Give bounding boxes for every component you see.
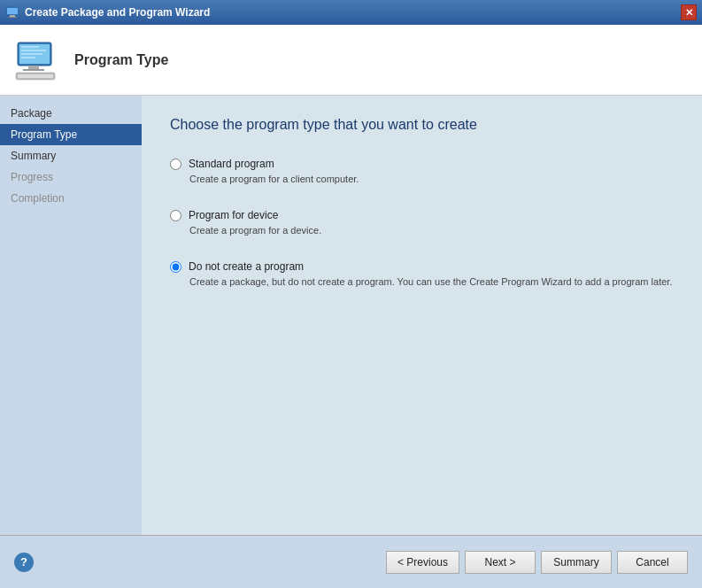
footer-buttons: < Previous Next > Summary Cancel <box>386 551 688 574</box>
radio-label-standard[interactable]: Standard program <box>170 158 674 170</box>
radio-label-none[interactable]: Do not create a program <box>170 260 674 273</box>
wizard-footer: ? < Previous Next > Summary Cancel <box>0 535 702 588</box>
content-title: Choose the program type that you want to… <box>170 117 674 133</box>
svg-rect-8 <box>21 53 42 55</box>
svg-rect-2 <box>10 15 15 17</box>
radio-standard[interactable] <box>170 159 181 170</box>
close-button[interactable]: ✕ <box>681 4 697 20</box>
option-none: Do not create a program Create a package… <box>170 260 674 287</box>
svg-rect-11 <box>23 69 44 71</box>
svg-rect-6 <box>21 46 39 48</box>
header-computer-icon <box>14 37 60 83</box>
radio-label-device[interactable]: Program for device <box>170 209 674 221</box>
sidebar-item-program-type[interactable]: Program Type <box>0 124 142 145</box>
main-container: Package Program Type Summary Progress Co… <box>0 96 702 535</box>
wizard-step-title: Program Type <box>74 52 168 68</box>
option-standard-description: Create a program for a client computer. <box>189 174 674 184</box>
radio-none[interactable] <box>170 261 181 273</box>
option-standard: Standard program Create a program for a … <box>170 158 674 184</box>
svg-rect-1 <box>7 8 18 14</box>
help-button[interactable]: ? <box>14 553 34 572</box>
title-bar-icon <box>5 5 19 19</box>
radio-device[interactable] <box>170 210 181 221</box>
svg-rect-13 <box>18 74 53 78</box>
svg-rect-7 <box>21 50 46 51</box>
wizard-sidebar: Package Program Type Summary Progress Co… <box>0 96 142 535</box>
option-device-description: Create a program for a device. <box>189 225 674 236</box>
svg-rect-9 <box>21 57 35 58</box>
svg-rect-10 <box>28 66 39 69</box>
sidebar-item-progress: Progress <box>0 166 142 188</box>
next-button[interactable]: Next > <box>465 551 536 574</box>
sidebar-item-package[interactable]: Package <box>0 103 142 124</box>
wizard-content: Choose the program type that you want to… <box>142 96 702 535</box>
svg-rect-3 <box>8 17 17 18</box>
summary-button[interactable]: Summary <box>541 551 612 574</box>
option-none-description: Create a package, but do not create a pr… <box>189 276 674 287</box>
sidebar-item-completion: Completion <box>0 188 142 209</box>
option-standard-label: Standard program <box>189 158 274 170</box>
cancel-button[interactable]: Cancel <box>617 551 688 574</box>
title-bar: Create Package and Program Wizard ✕ <box>0 0 702 25</box>
wizard-header: Program Type <box>0 25 702 96</box>
option-device-label: Program for device <box>189 209 278 221</box>
option-none-label: Do not create a program <box>189 260 304 273</box>
title-bar-title: Create Package and Program Wizard <box>25 6 210 19</box>
sidebar-item-summary[interactable]: Summary <box>0 145 142 166</box>
previous-button[interactable]: < Previous <box>386 551 459 574</box>
option-device: Program for device Create a program for … <box>170 209 674 236</box>
